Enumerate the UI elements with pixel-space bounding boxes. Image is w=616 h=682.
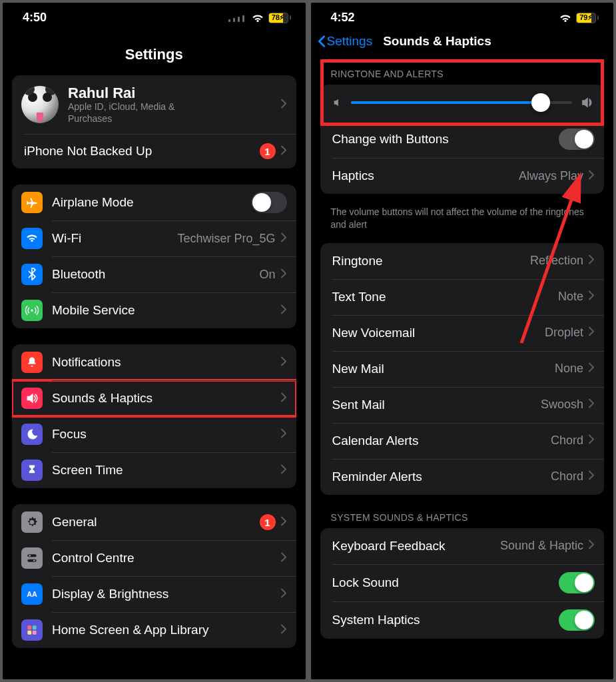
back-chevron-icon [318,35,326,47]
sent-label: Sent Mail [332,398,535,412]
cal-value: Chord [551,434,583,448]
chevron-icon [589,434,595,447]
page-title: Settings [3,29,306,75]
avatar [21,86,59,123]
cal-label: Calendar Alerts [332,434,545,448]
keyboard-feedback-row[interactable]: Keyboard Feedback Sound & Haptic [320,528,605,564]
status-time: 4:50 [23,11,47,25]
change-buttons-label: Change with Buttons [332,132,554,147]
status-bar: 4:50 78⚡︎ [3,3,306,29]
settings-screen: 4:50 78⚡︎ Settings Rahul Rai Apple ID, i… [3,3,306,679]
mail-label: New Mail [332,362,549,376]
new-mail-row[interactable]: New Mail None [320,351,605,387]
back-button[interactable]: Settings [318,34,373,49]
wifi-icon [251,13,264,23]
backup-label: iPhone Not Backed Up [24,144,254,159]
cc-label: Control Centre [52,551,276,565]
svg-point-0 [31,310,33,312]
ringtone-label: Ringtone [332,254,525,268]
battery-icon: 78⚡︎ [268,13,291,23]
nav-bar: Settings Sounds & Haptics [311,29,614,57]
status-time: 4:52 [331,11,355,25]
ringtone-value: Reflection [530,254,583,268]
grid-icon [21,619,43,641]
bell-icon [21,352,43,373]
change-buttons-switch[interactable] [559,129,595,150]
rem-label: Reminder Alerts [332,470,545,484]
reminder-row[interactable]: Reminder Alerts Chord [320,459,605,495]
calendar-row[interactable]: Calendar Alerts Chord [320,423,605,459]
volume-slider[interactable] [351,101,573,104]
mobile-service-row[interactable]: Mobile Service [12,292,296,328]
chevron-icon [281,516,287,529]
text-tone-row[interactable]: Text Tone Note [320,279,605,315]
mobile-label: Mobile Service [52,303,276,318]
system-haptics-switch[interactable] [559,609,595,631]
notifications-row[interactable]: Notifications [12,344,296,380]
screentime-label: Screen Time [52,463,276,478]
focus-label: Focus [52,427,276,442]
ringtone-header: Ringtone and Alerts [311,57,614,85]
chevron-icon [589,362,595,375]
control-centre-row[interactable]: Control Centre [12,540,296,576]
badge: 1 [260,143,276,159]
focus-row[interactable]: Focus [12,416,296,452]
voicemail-row[interactable]: New Voicemail Droplet [320,315,605,351]
lock-sound-row[interactable]: Lock Sound [320,564,605,601]
lock-sound-switch[interactable] [559,572,595,593]
moon-icon [21,424,43,445]
toggles-icon [21,547,43,569]
chevron-icon [281,304,287,317]
haptics-value: Always Play [519,169,583,183]
ringtone-row[interactable]: Ringtone Reflection [320,243,605,279]
profile-name: Rahul Rai [68,85,276,101]
system-haptics-row[interactable]: System Haptics [320,601,605,639]
kbd-label: Keyboard Feedback [332,539,495,553]
chevron-icon [281,356,287,369]
wifi-label: Wi-Fi [52,231,172,246]
chevron-icon [281,588,287,601]
svg-rect-9 [33,631,37,635]
screen-time-row[interactable]: Screen Time [12,452,296,488]
svg-point-3 [29,555,31,557]
syshapt-label: System Haptics [332,613,554,627]
display-icon: AA [21,583,43,605]
airplane-mode-row[interactable]: Airplane Mode [12,184,296,220]
bluetooth-label: Bluetooth [52,267,254,282]
airplane-icon [21,192,43,213]
display-row[interactable]: AA Display & Brightness [12,576,296,612]
chevron-icon [281,624,287,637]
chevron-icon [589,254,595,267]
notifications-label: Notifications [52,355,276,370]
home-screen-row[interactable]: Home Screen & App Library [12,612,296,648]
sounds-haptics-screen: 4:52 79⚡︎ Settings Sounds & Haptics Ring… [311,3,614,679]
kbd-value: Sound & Haptic [500,539,583,553]
general-row[interactable]: General 1 [12,504,296,540]
speaker-low-icon [332,97,343,108]
chevron-icon [281,232,287,245]
svg-text:AA: AA [27,590,37,598]
general-label: General [52,515,254,529]
chevron-icon [281,99,287,111]
apple-id-row[interactable]: Rahul Rai Apple ID, iCloud, Media & Purc… [12,75,296,134]
svg-point-4 [33,559,35,561]
chevron-icon [589,326,595,339]
airplane-switch[interactable] [251,192,287,213]
profile-subtext: Apple ID, iCloud, Media & Purchases [68,101,201,125]
volume-slider-row [320,85,605,121]
svg-rect-6 [27,626,31,630]
chevron-icon [281,145,287,158]
sent-mail-row[interactable]: Sent Mail Swoosh [320,387,605,423]
nav-title: Sounds & Haptics [383,34,491,49]
speaker-high-icon [580,97,595,109]
change-with-buttons-row[interactable]: Change with Buttons [320,121,605,158]
sounds-haptics-row[interactable]: Sounds & Haptics [12,380,296,416]
chevron-icon [589,398,595,411]
haptics-row[interactable]: Haptics Always Play [320,158,605,194]
footer-text: The volume buttons will not affect the v… [311,200,614,231]
wifi-icon [559,13,572,23]
status-bar: 4:52 79⚡︎ [311,3,614,29]
wifi-row[interactable]: Wi-Fi Techwiser Pro_5G [12,220,296,256]
backup-row[interactable]: iPhone Not Backed Up 1 [12,134,296,169]
bluetooth-row[interactable]: Bluetooth On [12,256,296,292]
